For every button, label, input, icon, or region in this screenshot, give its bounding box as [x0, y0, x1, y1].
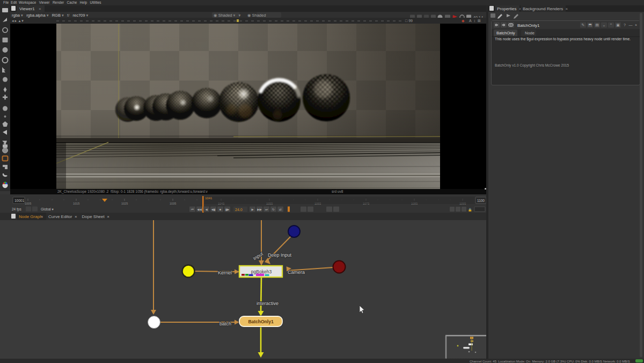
svg-text:1025: 1025 — [121, 202, 128, 205]
svg-text:Input: Input — [252, 251, 265, 262]
svg-text:1015: 1015 — [73, 202, 79, 205]
svg-text:BatchOnly v1.0 Copyright Chris: BatchOnly v1.0 Copyright Chris McCrowe 2… — [495, 63, 569, 68]
svg-text:◀▮: ◀▮ — [211, 208, 215, 211]
svg-text:⇄: ⇄ — [279, 208, 282, 211]
svg-text:1005: 1005 — [25, 202, 31, 205]
svg-text:BatchOnly1: BatchOnly1 — [248, 319, 274, 324]
svg-text:BatchOnly1: BatchOnly1 — [517, 23, 540, 28]
svg-text:■: ■ — [219, 208, 221, 211]
svg-text:Global ▾: Global ▾ — [41, 207, 54, 211]
svg-text:◀◀: ◀◀ — [197, 208, 202, 211]
svg-text:▤: ▤ — [595, 23, 599, 27]
svg-text:1100: 1100 — [477, 199, 485, 202]
svg-text:Deep Input: Deep Input — [268, 252, 292, 258]
svg-text:▮▶: ▮▶ — [225, 208, 230, 211]
svg-text:?: ? — [624, 23, 626, 27]
svg-text:⌃: ⌃ — [610, 23, 613, 27]
svg-text:BatchOnly: BatchOnly — [496, 31, 515, 35]
svg-text:🔒: 🔒 — [468, 208, 472, 212]
svg-text:Camera: Camera — [288, 270, 305, 275]
svg-text:—: — — [629, 23, 633, 27]
svg-text:10001: 10001 — [14, 199, 24, 202]
svg-text:⌄: ⌄ — [603, 23, 606, 27]
svg-text:This node uses the $gui expres: This node uses the $gui expression to by… — [495, 37, 631, 41]
svg-text:⏭: ⏭ — [265, 208, 268, 211]
svg-text:⬒: ⬒ — [588, 23, 592, 27]
svg-text:⏮: ⏮ — [191, 208, 194, 211]
svg-text:▣: ▣ — [616, 23, 620, 27]
svg-text:24.0: 24.0 — [235, 208, 243, 212]
svg-text:batch: batch — [219, 321, 231, 326]
svg-text:1035: 1035 — [170, 202, 176, 205]
svg-text:✎: ✎ — [582, 23, 585, 27]
svg-text:↻: ↻ — [272, 208, 275, 211]
svg-text:×: × — [635, 23, 637, 27]
svg-text:24 fps: 24 fps — [12, 207, 21, 212]
svg-text:Node: Node — [525, 31, 535, 35]
svg-text:Kernel: Kernel — [218, 270, 232, 275]
svg-text:▶▶: ▶▶ — [257, 208, 262, 211]
svg-text:1041: 1041 — [205, 197, 213, 200]
svg-text:interactive: interactive — [257, 301, 279, 306]
